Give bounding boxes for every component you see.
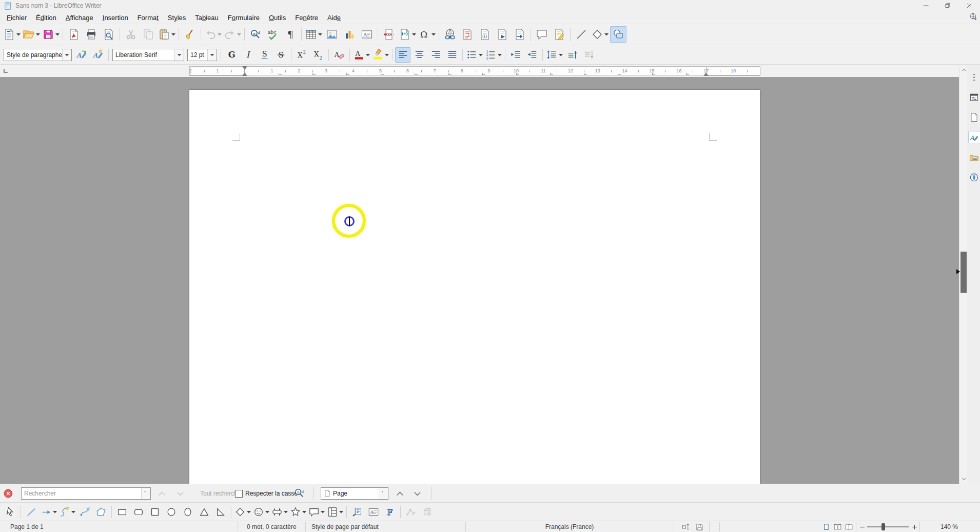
word-count[interactable]: 0 mot, 0 caractère [247,521,297,532]
close-find-bar-button[interactable] [3,488,13,499]
edit-points-button[interactable] [403,504,419,520]
redo-button[interactable] [223,26,242,43]
basic-shapes-dropdown-arrow[interactable] [604,33,609,36]
font-color-dropdown-arrow[interactable] [366,53,370,56]
navigate-next-button[interactable] [409,487,425,500]
right-indent-marker[interactable] [703,72,709,76]
callout-shapes-button[interactable] [308,504,325,520]
bullet-list-button[interactable] [465,47,483,63]
menu-outils[interactable]: Outils [264,13,290,23]
styles-deck[interactable]: A [968,131,980,143]
show-draw-functions-button[interactable] [610,26,626,43]
menu-formulaire[interactable]: Formulaire [223,13,264,23]
export-pdf-button[interactable] [66,26,82,43]
decrease-indent-button[interactable] [524,47,540,63]
navigate-previous-button[interactable] [392,487,407,500]
zoom-slider-handle[interactable] [881,523,885,530]
scroll-down-button[interactable] [959,474,968,483]
update-style-button[interactable]: A [74,47,89,63]
bullet-list-dropdown-arrow[interactable] [479,53,483,56]
search-history-dropdown[interactable] [141,488,150,499]
polygon-button[interactable] [93,504,109,520]
scrollbar-thumb[interactable] [961,252,967,293]
symbol-shapes-button[interactable] [252,504,270,520]
rounded-rectangle-button[interactable] [131,504,146,520]
undo-button[interactable] [204,26,222,43]
insert-image-button[interactable] [324,26,340,43]
clear-formatting-button[interactable]: A [331,47,347,63]
increase-indent-button[interactable] [508,47,523,63]
navigator-deck[interactable] [968,171,980,183]
insert-field-button[interactable] [398,26,417,43]
special-character-dropdown-arrow[interactable] [432,33,436,36]
curve-button[interactable] [77,504,92,520]
save-dropdown-arrow[interactable] [55,33,60,36]
menu-insertion[interactable]: Insertion [98,13,133,23]
find-previous-button[interactable] [154,487,169,500]
insert-field-dropdown-arrow[interactable] [412,33,416,36]
flowchart-shapes-button[interactable] [326,504,344,520]
para-space-decrease-button[interactable] [581,47,596,63]
insert-cross-reference-button[interactable] [512,26,528,43]
numbered-list-dropdown-arrow[interactable] [498,53,502,56]
tab-stop-selector[interactable] [2,66,11,75]
navigate-by-dropdown[interactable] [379,488,388,499]
update-globe-icon[interactable] [969,12,978,22]
insert-line-button[interactable] [573,26,590,43]
zoom-slider-track[interactable] [867,526,909,527]
basic-shapes-button[interactable] [591,26,609,43]
toggle-extrusion-button[interactable] [420,504,435,520]
fontwork-button[interactable]: F [382,504,398,520]
menu-aide[interactable]: Aide [323,13,345,23]
track-changes-button[interactable] [551,26,567,43]
properties-deck[interactable] [968,91,980,103]
bold-button[interactable]: G [224,47,239,63]
para-space-increase-button[interactable] [564,47,580,63]
insert-mode-indicator[interactable] [681,521,691,532]
align-right-button[interactable] [428,47,443,63]
page-count[interactable]: Page 1 de 1 [10,521,44,532]
search-input[interactable]: Rechercher [21,487,151,500]
line-spacing-button[interactable] [545,47,563,63]
special-character-button[interactable]: Ω [418,26,436,43]
insert-bookmark-button[interactable] [494,26,511,43]
book-view-button[interactable] [845,521,853,532]
block-arrows-dropdown-arrow[interactable] [284,510,288,514]
gallery-deck[interactable] [968,151,980,163]
cut-button[interactable] [123,26,139,43]
stars-banners-dropdown-arrow[interactable] [302,510,306,514]
lines-and-arrows-button[interactable] [40,504,57,520]
new-style-button[interactable]: A [90,47,106,63]
select-arrow-button[interactable] [3,504,18,520]
font-color-button[interactable]: A [352,47,370,63]
align-left-button[interactable] [395,47,410,63]
save-state-indicator[interactable] [695,521,704,532]
navigate-by-select[interactable]: Page [321,487,388,500]
horizontal-ruler[interactable]: 21123456789101112131415161718 [189,66,760,76]
menu-fichier[interactable]: Fichier [2,13,31,23]
zoom-level[interactable]: 140 % [923,521,976,532]
scroll-up-button[interactable] [959,66,968,74]
triangle-button[interactable] [197,504,212,520]
find-and-replace-button[interactable]: ad [293,487,305,499]
open-file-dropdown-arrow[interactable] [36,33,40,36]
find-next-button[interactable] [172,487,188,500]
circle-button[interactable] [164,504,179,520]
match-case-label[interactable]: Respecter la casse [245,490,298,497]
undo-dropdown-arrow[interactable] [218,33,222,36]
insert-hyperlink-button[interactable] [442,26,458,43]
lines-and-arrows-dropdown-arrow[interactable] [53,510,57,514]
line-spacing-dropdown-arrow[interactable] [559,53,563,56]
ellipse-button[interactable] [180,504,195,520]
copy-button[interactable] [140,26,156,43]
insert-endnote-button[interactable]: (i) [477,26,493,43]
underline-button[interactable]: S [257,47,272,63]
numbered-list-button[interactable]: 123 [484,47,502,63]
menu-affichage[interactable]: Affichage [61,13,98,23]
zoom-in-button[interactable] [911,521,918,532]
paste-dropdown-arrow[interactable] [171,33,175,36]
menu-edition[interactable]: Édition [31,13,61,23]
menu-styles[interactable]: Styles [163,13,190,23]
left-indent-marker[interactable] [242,72,247,76]
superscript-button[interactable]: X2 [294,47,309,63]
